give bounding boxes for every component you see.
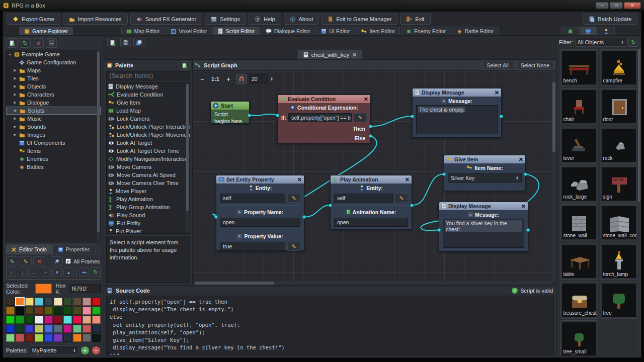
palette-item-lock-unlock-player-interaction[interactable]: Lock/Unlock Player Interaction [107, 123, 190, 131]
color-swatch[interactable] [6, 316, 15, 324]
color-swatch[interactable] [25, 316, 34, 324]
edit-pencil-button[interactable]: ✎ [287, 194, 300, 203]
save-script-button[interactable] [120, 38, 131, 47]
display-message-node-2[interactable]: Display Message✕Message:You find a silve… [439, 202, 528, 251]
tab-voxel-editor[interactable]: Voxel Editor [166, 27, 212, 35]
tree-item-tiles[interactable]: ▶Tiles [6, 74, 101, 82]
asset-rock[interactable]: rock [600, 127, 638, 164]
color-swatch[interactable] [83, 325, 91, 333]
expand-arrow-icon[interactable]: ▶ [13, 76, 17, 80]
add-palette-button[interactable]: + [80, 346, 90, 355]
color-swatch[interactable] [44, 325, 53, 333]
asset-torch_lamp[interactable]: torch_lamp [600, 243, 638, 280]
tab-dialogue-editor[interactable]: Dialogue Editor [261, 27, 315, 35]
color-swatch[interactable] [35, 316, 43, 324]
palette-item-look-at-target-over-time[interactable]: Look At Target Over Time [107, 147, 190, 155]
edit-pencil-button[interactable]: ✎ [395, 194, 408, 203]
palette-item-move-camera-over-time[interactable]: Move Camera Over Time [107, 179, 190, 187]
palette-item-display-message[interactable]: Display Message [107, 82, 190, 90]
color-swatch[interactable] [92, 298, 101, 306]
set-entity-property-node[interactable]: Set Entity Property✕Entity:self✎Property… [216, 175, 304, 251]
color-swatch[interactable] [35, 325, 43, 333]
output-port[interactable] [369, 125, 372, 128]
give-item-node[interactable]: Give Item✕Item Name:Silver Key▲▼ [444, 155, 526, 191]
color-swatch[interactable] [6, 334, 15, 342]
color-swatch[interactable] [73, 298, 82, 306]
asset-table[interactable]: table [560, 243, 598, 280]
palette-item-move-camera[interactable]: Move Camera [107, 163, 190, 171]
color-swatch[interactable] [63, 307, 72, 315]
tree-item-game-configuration[interactable]: Game Configuration [6, 58, 101, 66]
menu-help-button[interactable]: ?Help [249, 14, 281, 25]
expand-arrow-icon[interactable]: ▶ [14, 109, 18, 113]
tab-editor-tools[interactable]: Editor Tools [6, 244, 52, 254]
script-graph-canvas[interactable]: − 1:1 + ▲▼ StartScript begins here.Evalu… [193, 71, 556, 285]
palette-item-move-player[interactable]: Move Player [107, 187, 190, 195]
palette-item-play-sound[interactable]: Play Sound [107, 211, 190, 219]
node-input[interactable]: open [334, 218, 408, 227]
color-swatch[interactable] [25, 334, 34, 342]
color-swatch[interactable] [25, 298, 34, 306]
color-swatch[interactable] [6, 325, 15, 333]
tab-item-editor[interactable]: Item Editor [356, 27, 400, 35]
delete-resource-button[interactable]: ✕ [33, 38, 44, 48]
color-swatch[interactable] [16, 307, 24, 315]
new-resource-button[interactable] [7, 38, 18, 48]
input-port[interactable] [329, 204, 332, 207]
zoom-in-button[interactable]: + [223, 74, 234, 84]
color-swatch[interactable] [35, 334, 43, 342]
color-swatch[interactable] [16, 334, 24, 342]
output-port[interactable] [526, 228, 530, 232]
color-swatch[interactable] [44, 316, 53, 324]
zoom-out-button[interactable]: − [197, 74, 208, 84]
color-swatch[interactable] [63, 325, 72, 333]
color-swatch[interactable] [54, 325, 62, 333]
select-none-button[interactable]: Select None [516, 61, 554, 70]
node-input[interactable]: self [334, 194, 393, 203]
tree-item-characters[interactable]: ▶Characters [6, 90, 101, 99]
snap-grid-toggle[interactable] [236, 74, 247, 84]
asset-stone_wall_cor[interactable]: stone_wall_cor [600, 204, 638, 241]
node-input[interactable]: true [220, 242, 285, 251]
color-swatch[interactable] [83, 298, 91, 306]
all-frames-checkbox[interactable]: ✓ All Frames [65, 258, 100, 264]
color-swatch[interactable] [44, 307, 53, 315]
color-swatch[interactable] [92, 316, 101, 324]
minitab-monitor[interactable] [580, 27, 597, 35]
tree-item-example-game[interactable]: ▼Example Game [6, 50, 101, 58]
close-button[interactable]: ✕ [624, 2, 641, 9]
expand-arrow-icon[interactable]: ▶ [13, 133, 17, 137]
node-input[interactable]: self [220, 194, 285, 203]
tree-item-items[interactable]: Items [6, 147, 101, 155]
input-port[interactable] [437, 228, 441, 232]
assets-scrollbar[interactable] [637, 49, 641, 355]
tree-item-music[interactable]: ▶Music [6, 115, 101, 123]
color-swatch[interactable] [73, 316, 82, 324]
color-swatch[interactable] [73, 325, 82, 333]
tab-close-icon[interactable]: ✕ [352, 52, 357, 58]
menu-sound-fx-generator-button[interactable]: Sound FX Generator [130, 14, 203, 25]
node-close-icon[interactable]: ✕ [521, 203, 526, 210]
expand-arrow-icon[interactable]: ▶ [13, 117, 17, 121]
edit-pencil-button[interactable]: ✎ [287, 242, 300, 251]
expand-arrow-icon[interactable]: ▶ [13, 68, 17, 72]
erase-tool-button[interactable]: ✕ [33, 256, 45, 266]
lower-button[interactable]: ▼ [52, 267, 62, 277]
palette-item-move-camera-at-speed[interactable]: Move Camera At Speed [107, 171, 190, 179]
select-all-button[interactable]: Select All [482, 61, 513, 70]
color-swatch[interactable] [6, 307, 15, 315]
color-swatch[interactable] [54, 334, 62, 342]
asset-treasure_chest[interactable]: treasure_chest [560, 282, 598, 319]
input-port[interactable] [442, 172, 446, 176]
tree-item-objects[interactable]: ▶Objects [6, 82, 101, 90]
edit-pencil-button[interactable]: ✎ [354, 113, 367, 122]
asset-tree_small[interactable]: tree_small [560, 320, 598, 355]
asset-rock_large[interactable]: rock_large [560, 165, 598, 203]
node-textarea[interactable]: The chest is empty. [416, 105, 498, 134]
palette-item-lock-unlock-player-movement[interactable]: Lock/Unlock Player Movement [107, 131, 190, 139]
palette-item-load-map[interactable]: Load Map [107, 107, 190, 115]
maximize-button[interactable]: □ [610, 2, 623, 9]
shift-left-button[interactable]: ← [29, 267, 39, 277]
paint-tool-button[interactable]: ✎ [20, 256, 32, 266]
condition-input[interactable]: self.property["open"] == true [288, 113, 352, 122]
